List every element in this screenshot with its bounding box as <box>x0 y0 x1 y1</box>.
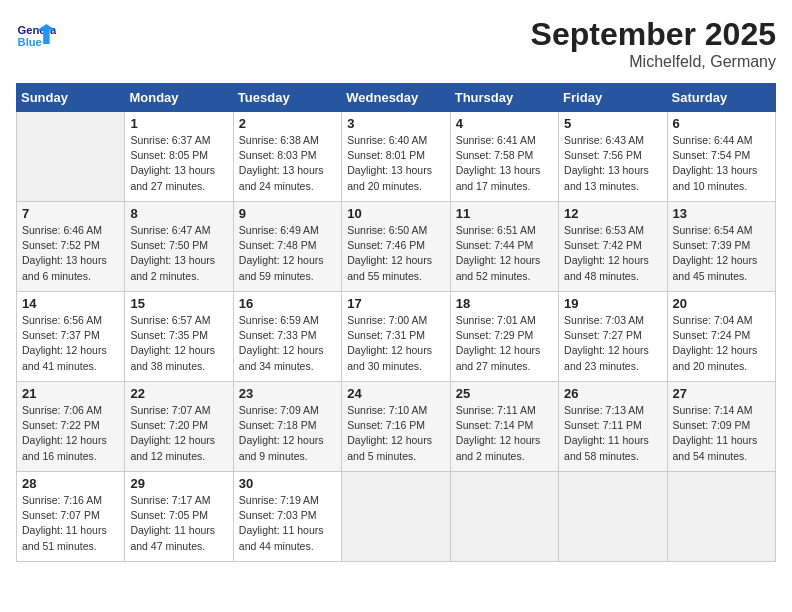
calendar-cell <box>559 472 667 562</box>
calendar-cell <box>17 112 125 202</box>
day-number: 8 <box>130 206 227 221</box>
calendar-week-5: 28Sunrise: 7:16 AM Sunset: 7:07 PM Dayli… <box>17 472 776 562</box>
day-number: 24 <box>347 386 444 401</box>
day-number: 13 <box>673 206 770 221</box>
day-number: 26 <box>564 386 661 401</box>
calendar-cell: 4Sunrise: 6:41 AM Sunset: 7:58 PM Daylig… <box>450 112 558 202</box>
day-number: 4 <box>456 116 553 131</box>
calendar-cell <box>450 472 558 562</box>
weekday-header-monday: Monday <box>125 84 233 112</box>
calendar-cell: 11Sunrise: 6:51 AM Sunset: 7:44 PM Dayli… <box>450 202 558 292</box>
weekday-header-tuesday: Tuesday <box>233 84 341 112</box>
calendar-cell <box>342 472 450 562</box>
day-info: Sunrise: 7:13 AM Sunset: 7:11 PM Dayligh… <box>564 403 661 464</box>
day-info: Sunrise: 7:10 AM Sunset: 7:16 PM Dayligh… <box>347 403 444 464</box>
day-number: 17 <box>347 296 444 311</box>
logo: General Blue <box>16 16 60 56</box>
day-info: Sunrise: 6:50 AM Sunset: 7:46 PM Dayligh… <box>347 223 444 284</box>
calendar-cell: 19Sunrise: 7:03 AM Sunset: 7:27 PM Dayli… <box>559 292 667 382</box>
calendar-cell: 3Sunrise: 6:40 AM Sunset: 8:01 PM Daylig… <box>342 112 450 202</box>
calendar-cell: 13Sunrise: 6:54 AM Sunset: 7:39 PM Dayli… <box>667 202 775 292</box>
calendar-week-4: 21Sunrise: 7:06 AM Sunset: 7:22 PM Dayli… <box>17 382 776 472</box>
day-info: Sunrise: 6:44 AM Sunset: 7:54 PM Dayligh… <box>673 133 770 194</box>
day-number: 20 <box>673 296 770 311</box>
day-info: Sunrise: 7:00 AM Sunset: 7:31 PM Dayligh… <box>347 313 444 374</box>
calendar-cell: 8Sunrise: 6:47 AM Sunset: 7:50 PM Daylig… <box>125 202 233 292</box>
day-number: 2 <box>239 116 336 131</box>
day-info: Sunrise: 6:56 AM Sunset: 7:37 PM Dayligh… <box>22 313 119 374</box>
page-header: General Blue September 2025 Michelfeld, … <box>16 16 776 71</box>
calendar-cell: 21Sunrise: 7:06 AM Sunset: 7:22 PM Dayli… <box>17 382 125 472</box>
weekday-header-sunday: Sunday <box>17 84 125 112</box>
day-info: Sunrise: 7:01 AM Sunset: 7:29 PM Dayligh… <box>456 313 553 374</box>
day-info: Sunrise: 7:06 AM Sunset: 7:22 PM Dayligh… <box>22 403 119 464</box>
calendar-cell: 30Sunrise: 7:19 AM Sunset: 7:03 PM Dayli… <box>233 472 341 562</box>
calendar-cell: 10Sunrise: 6:50 AM Sunset: 7:46 PM Dayli… <box>342 202 450 292</box>
day-info: Sunrise: 7:19 AM Sunset: 7:03 PM Dayligh… <box>239 493 336 554</box>
calendar-cell: 18Sunrise: 7:01 AM Sunset: 7:29 PM Dayli… <box>450 292 558 382</box>
day-info: Sunrise: 7:09 AM Sunset: 7:18 PM Dayligh… <box>239 403 336 464</box>
day-info: Sunrise: 6:46 AM Sunset: 7:52 PM Dayligh… <box>22 223 119 284</box>
day-number: 28 <box>22 476 119 491</box>
day-info: Sunrise: 6:49 AM Sunset: 7:48 PM Dayligh… <box>239 223 336 284</box>
day-info: Sunrise: 7:16 AM Sunset: 7:07 PM Dayligh… <box>22 493 119 554</box>
day-number: 23 <box>239 386 336 401</box>
weekday-header-saturday: Saturday <box>667 84 775 112</box>
day-number: 9 <box>239 206 336 221</box>
day-info: Sunrise: 6:40 AM Sunset: 8:01 PM Dayligh… <box>347 133 444 194</box>
day-number: 16 <box>239 296 336 311</box>
calendar-cell: 23Sunrise: 7:09 AM Sunset: 7:18 PM Dayli… <box>233 382 341 472</box>
day-number: 3 <box>347 116 444 131</box>
day-info: Sunrise: 6:47 AM Sunset: 7:50 PM Dayligh… <box>130 223 227 284</box>
day-info: Sunrise: 6:57 AM Sunset: 7:35 PM Dayligh… <box>130 313 227 374</box>
day-info: Sunrise: 7:07 AM Sunset: 7:20 PM Dayligh… <box>130 403 227 464</box>
day-number: 22 <box>130 386 227 401</box>
calendar-cell: 27Sunrise: 7:14 AM Sunset: 7:09 PM Dayli… <box>667 382 775 472</box>
month-title: September 2025 <box>531 16 776 53</box>
day-number: 7 <box>22 206 119 221</box>
calendar-cell: 12Sunrise: 6:53 AM Sunset: 7:42 PM Dayli… <box>559 202 667 292</box>
day-number: 14 <box>22 296 119 311</box>
day-number: 30 <box>239 476 336 491</box>
calendar-cell <box>667 472 775 562</box>
day-info: Sunrise: 7:14 AM Sunset: 7:09 PM Dayligh… <box>673 403 770 464</box>
calendar-cell: 2Sunrise: 6:38 AM Sunset: 8:03 PM Daylig… <box>233 112 341 202</box>
calendar-week-3: 14Sunrise: 6:56 AM Sunset: 7:37 PM Dayli… <box>17 292 776 382</box>
calendar-cell: 17Sunrise: 7:00 AM Sunset: 7:31 PM Dayli… <box>342 292 450 382</box>
calendar-cell: 22Sunrise: 7:07 AM Sunset: 7:20 PM Dayli… <box>125 382 233 472</box>
weekday-header-thursday: Thursday <box>450 84 558 112</box>
location: Michelfeld, Germany <box>531 53 776 71</box>
calendar-week-2: 7Sunrise: 6:46 AM Sunset: 7:52 PM Daylig… <box>17 202 776 292</box>
calendar-cell: 28Sunrise: 7:16 AM Sunset: 7:07 PM Dayli… <box>17 472 125 562</box>
day-info: Sunrise: 7:04 AM Sunset: 7:24 PM Dayligh… <box>673 313 770 374</box>
day-info: Sunrise: 6:54 AM Sunset: 7:39 PM Dayligh… <box>673 223 770 284</box>
calendar-cell: 7Sunrise: 6:46 AM Sunset: 7:52 PM Daylig… <box>17 202 125 292</box>
svg-text:Blue: Blue <box>18 36 42 48</box>
title-block: September 2025 Michelfeld, Germany <box>531 16 776 71</box>
weekday-header-friday: Friday <box>559 84 667 112</box>
day-number: 15 <box>130 296 227 311</box>
day-number: 25 <box>456 386 553 401</box>
weekday-header-row: SundayMondayTuesdayWednesdayThursdayFrid… <box>17 84 776 112</box>
day-number: 27 <box>673 386 770 401</box>
day-number: 11 <box>456 206 553 221</box>
day-number: 1 <box>130 116 227 131</box>
day-number: 21 <box>22 386 119 401</box>
day-number: 29 <box>130 476 227 491</box>
weekday-header-wednesday: Wednesday <box>342 84 450 112</box>
calendar-cell: 26Sunrise: 7:13 AM Sunset: 7:11 PM Dayli… <box>559 382 667 472</box>
day-info: Sunrise: 7:17 AM Sunset: 7:05 PM Dayligh… <box>130 493 227 554</box>
day-number: 10 <box>347 206 444 221</box>
calendar-cell: 25Sunrise: 7:11 AM Sunset: 7:14 PM Dayli… <box>450 382 558 472</box>
day-number: 18 <box>456 296 553 311</box>
day-info: Sunrise: 6:53 AM Sunset: 7:42 PM Dayligh… <box>564 223 661 284</box>
calendar-cell: 24Sunrise: 7:10 AM Sunset: 7:16 PM Dayli… <box>342 382 450 472</box>
day-number: 12 <box>564 206 661 221</box>
calendar-table: SundayMondayTuesdayWednesdayThursdayFrid… <box>16 83 776 562</box>
day-info: Sunrise: 7:03 AM Sunset: 7:27 PM Dayligh… <box>564 313 661 374</box>
calendar-cell: 5Sunrise: 6:43 AM Sunset: 7:56 PM Daylig… <box>559 112 667 202</box>
calendar-cell: 1Sunrise: 6:37 AM Sunset: 8:05 PM Daylig… <box>125 112 233 202</box>
day-number: 5 <box>564 116 661 131</box>
calendar-cell: 15Sunrise: 6:57 AM Sunset: 7:35 PM Dayli… <box>125 292 233 382</box>
day-info: Sunrise: 6:41 AM Sunset: 7:58 PM Dayligh… <box>456 133 553 194</box>
